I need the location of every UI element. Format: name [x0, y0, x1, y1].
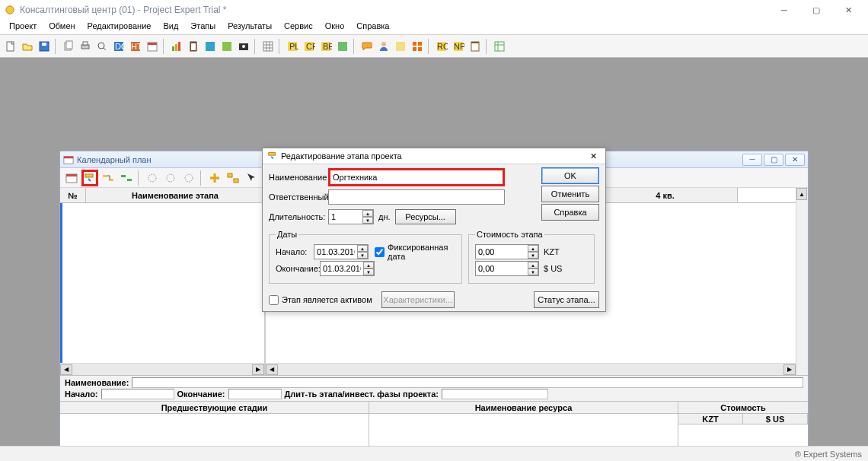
ct-gear2-icon[interactable] [162, 170, 179, 186]
new-icon[interactable] [3, 39, 18, 54]
resource-list[interactable] [369, 414, 678, 446]
menu-servis[interactable]: Сервис [278, 20, 319, 34]
scroll-right-icon[interactable]: ▶ [783, 364, 796, 375]
resource-name-header[interactable]: Наименование ресурса [369, 402, 678, 414]
spin-up-icon[interactable]: ▲ [357, 245, 368, 252]
chart-icon[interactable] [169, 39, 184, 54]
spin-up-icon[interactable]: ▲ [362, 210, 373, 217]
ct-gear1-icon[interactable] [144, 170, 161, 186]
asset-checkbox[interactable] [269, 295, 279, 305]
sheet-icon[interactable] [492, 39, 507, 54]
preview-icon[interactable] [94, 39, 110, 54]
spin-up-icon[interactable]: ▲ [363, 262, 374, 269]
pl-icon[interactable]: PL [285, 39, 300, 54]
cost-header[interactable]: Стоимость [678, 402, 808, 414]
responsible-input[interactable] [328, 189, 505, 205]
status-button[interactable]: Статус этапа... [534, 291, 599, 308]
table-icon[interactable] [260, 39, 276, 54]
spin-down-icon[interactable]: ▼ [528, 269, 538, 275]
cost-list[interactable] [678, 424, 808, 446]
spin-up-icon[interactable]: ▲ [528, 245, 538, 252]
cf-icon[interactable]: CF [302, 39, 317, 54]
name-input[interactable] [328, 168, 505, 186]
scroll-right-icon[interactable]: ▶ [252, 364, 264, 375]
copy-icon[interactable] [61, 39, 76, 54]
ct-pointer-icon[interactable] [243, 170, 260, 186]
menu-okno[interactable]: Окно [319, 20, 351, 34]
stages-rows[interactable] [60, 203, 264, 363]
right-vscrollbar[interactable]: ▲ [796, 188, 808, 375]
menu-proekt[interactable]: Проект [3, 20, 43, 34]
menu-spravka[interactable]: Справка [350, 20, 395, 34]
scroll-left-icon[interactable]: ◀ [266, 364, 278, 375]
person-icon[interactable] [376, 39, 391, 54]
right-hscrollbar[interactable]: ◀ ▶ [266, 363, 796, 375]
cost-kzt-header[interactable]: KZT [678, 414, 743, 424]
prev-stages-list[interactable] [60, 414, 369, 446]
menu-redaktirovanie[interactable]: Редактирование [81, 20, 158, 34]
start-date-spinner[interactable]: ▲▼ [314, 244, 369, 259]
npv2-icon[interactable]: NPV [451, 39, 466, 54]
end-date-spinner[interactable]: ▲▼ [320, 261, 375, 276]
quarter-header[interactable]: 4 кв. [593, 188, 738, 202]
spin-down-icon[interactable]: ▼ [363, 269, 374, 275]
spin-up-icon[interactable]: ▲ [528, 262, 538, 269]
close-button[interactable]: ✕ [833, 2, 863, 18]
save-icon[interactable] [37, 39, 52, 54]
chat-icon[interactable] [359, 39, 375, 54]
cost-usd-header[interactable]: $ US [743, 414, 808, 424]
ct-unlink-icon[interactable] [118, 170, 135, 186]
filter-icon[interactable] [393, 39, 408, 54]
end-date-input[interactable] [321, 262, 363, 275]
child-close-button[interactable]: ✕ [785, 154, 805, 166]
child-minimize-button[interactable]: ─ [742, 154, 762, 166]
start-date-input[interactable] [314, 245, 357, 259]
ct-link-icon[interactable] [100, 170, 116, 186]
scroll-left-icon[interactable]: ◀ [60, 364, 72, 375]
ok-button[interactable]: OK [541, 167, 599, 184]
dialog-close-button[interactable]: ✕ [586, 149, 601, 163]
menu-vid[interactable]: Вид [157, 20, 184, 34]
spin-down-icon[interactable]: ▼ [357, 252, 368, 259]
ct-stage-edit-icon[interactable] [81, 170, 98, 186]
cancel-button[interactable]: Отменить [541, 186, 599, 202]
minimize-button[interactable]: ─ [769, 2, 799, 18]
resources-button[interactable]: Ресурсы... [395, 209, 456, 224]
grid-icon[interactable] [410, 39, 425, 54]
menu-etapy[interactable]: Этапы [184, 20, 222, 34]
open-icon[interactable] [20, 39, 35, 54]
ct-group-icon[interactable] [225, 170, 241, 186]
left-hscrollbar[interactable]: ◀ ▶ [60, 363, 264, 375]
app2-icon[interactable] [219, 39, 235, 54]
child-maximize-button[interactable]: ▢ [764, 154, 783, 166]
spin-down-icon[interactable]: ▼ [528, 252, 538, 259]
photo-icon[interactable] [236, 39, 251, 54]
prev-stages-header[interactable]: Предшествующие стадии [60, 402, 369, 414]
notepad-icon[interactable] [468, 39, 483, 54]
html-icon[interactable]: HTML [128, 39, 143, 54]
ct-calendar-icon[interactable] [63, 170, 80, 186]
cost-kzt-input[interactable] [476, 245, 528, 259]
cost-usd-spinner[interactable]: ▲▼ [475, 261, 539, 276]
roi-icon[interactable]: ROI [434, 39, 449, 54]
spin-down-icon[interactable]: ▼ [362, 217, 373, 224]
npv-icon[interactable] [335, 39, 350, 54]
cost-kzt-spinner[interactable]: ▲▼ [475, 244, 539, 259]
clipboard-icon[interactable] [186, 39, 201, 54]
duration-spinner[interactable]: ▲▼ [328, 209, 374, 224]
col-name-header[interactable]: Наименование этапа [86, 188, 264, 202]
ct-add-icon[interactable] [206, 170, 223, 186]
maximize-button[interactable]: ▢ [801, 2, 831, 18]
dialog-titlebar[interactable]: Редактирование этапа проекта ✕ [263, 148, 605, 164]
col-num-header[interactable]: № [60, 188, 86, 202]
calendar-icon[interactable] [145, 39, 160, 54]
fixed-date-checkbox[interactable] [375, 247, 385, 257]
menu-obmen[interactable]: Обмен [43, 20, 81, 34]
cost-usd-input[interactable] [476, 262, 528, 275]
be-icon[interactable]: BE [318, 39, 333, 54]
menu-rezultaty[interactable]: Результаты [222, 20, 278, 34]
ct-gear3-icon[interactable] [180, 170, 197, 186]
properties-button[interactable]: Характеристики... [381, 291, 455, 308]
scroll-up-icon[interactable]: ▲ [796, 188, 807, 200]
duration-input[interactable] [329, 210, 362, 224]
